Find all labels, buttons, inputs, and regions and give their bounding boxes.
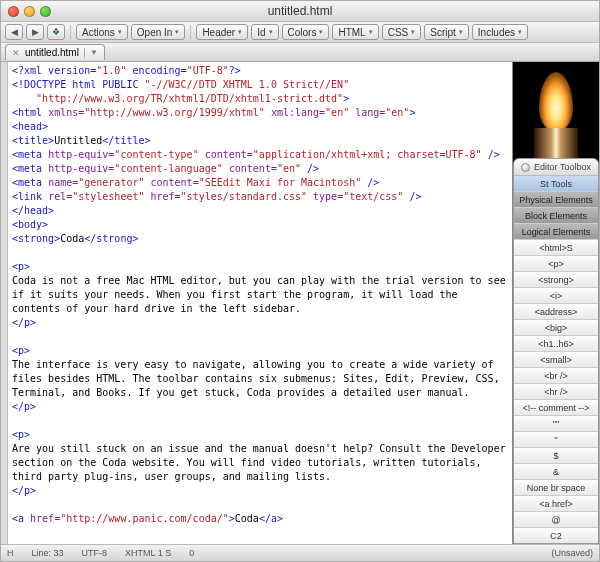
- nav-back-button[interactable]: ◀: [5, 24, 23, 40]
- toolbox-item[interactable]: <br />: [514, 368, 598, 384]
- toolbox-item[interactable]: &: [514, 464, 598, 480]
- status-line: Line: 33: [32, 548, 64, 558]
- toolbox-item[interactable]: <h1..h6>: [514, 336, 598, 352]
- status-bar: H Line: 33 UTF-8 XHTML 1 S 0 (Unsaved): [1, 544, 599, 561]
- minimize-icon[interactable]: [24, 6, 35, 17]
- file-tab[interactable]: ✕ untitled.html ▼: [5, 44, 105, 60]
- script-menu[interactable]: Script▾: [424, 24, 469, 40]
- css-menu[interactable]: CSS▾: [382, 24, 422, 40]
- toolbox-close-icon[interactable]: [521, 163, 530, 172]
- candle-icon: [534, 128, 578, 158]
- toolbox-item[interactable]: <i>: [514, 288, 598, 304]
- code-editor[interactable]: <?xml version="1.0" encoding="UTF-8"?> <…: [8, 62, 512, 544]
- toolbox-item[interactable]: <small>: [514, 352, 598, 368]
- left-gutter: [1, 62, 8, 544]
- status-encoding: UTF-8: [82, 548, 108, 558]
- toolbox-item[interactable]: '': [514, 432, 598, 448]
- editor-toolbox: Editor Toolbox St ToolsPhysical Elements…: [513, 158, 599, 544]
- id-menu[interactable]: Id▾: [251, 24, 278, 40]
- openin-menu[interactable]: Open In▾: [131, 24, 186, 40]
- toolbox-header[interactable]: Editor Toolbox: [514, 159, 598, 176]
- includes-menu[interactable]: Includes▾: [472, 24, 528, 40]
- tab-bar: ✕ untitled.html ▼: [1, 43, 599, 62]
- actions-menu[interactable]: Actions▾: [76, 24, 128, 40]
- header-menu[interactable]: Header▾: [196, 24, 248, 40]
- window-title: untitled.html: [1, 4, 599, 18]
- zoom-icon[interactable]: [40, 6, 51, 17]
- close-icon[interactable]: [8, 6, 19, 17]
- toolbox-item[interactable]: <a href>: [514, 496, 598, 512]
- toolbox-item[interactable]: <big>: [514, 320, 598, 336]
- status-h: H: [7, 548, 14, 558]
- desktop-background: [513, 62, 599, 158]
- main-toolbar: ◀ ▶ ❖ Actions▾ Open In▾ Header▾ Id▾ Colo…: [1, 22, 599, 43]
- toolbox-item[interactable]: $: [514, 448, 598, 464]
- colors-menu[interactable]: Colors▾: [282, 24, 330, 40]
- toolbox-item[interactable]: Logical Elements: [514, 224, 598, 240]
- toolbox-item[interactable]: "": [514, 416, 598, 432]
- body-area: <?xml version="1.0" encoding="UTF-8"?> <…: [1, 62, 599, 544]
- toolbox-item[interactable]: @: [514, 512, 598, 528]
- toolbox-item[interactable]: Physical Elements: [514, 192, 598, 208]
- close-tab-icon[interactable]: ✕: [12, 48, 20, 58]
- html-menu[interactable]: HTML▾: [332, 24, 378, 40]
- toolbox-item[interactable]: <address>: [514, 304, 598, 320]
- toolbox-item[interactable]: <!-- comment -->: [514, 400, 598, 416]
- nav-forward-button[interactable]: ▶: [26, 24, 44, 40]
- toolbox-item[interactable]: None br space: [514, 480, 598, 496]
- app-window: untitled.html ◀ ▶ ❖ Actions▾ Open In▾ He…: [0, 0, 600, 562]
- titlebar: untitled.html: [1, 1, 599, 22]
- toolbox-item[interactable]: Block Elements: [514, 208, 598, 224]
- candle-flame-icon: [539, 72, 573, 132]
- tools-button[interactable]: ❖: [47, 24, 65, 40]
- toolbox-item[interactable]: St Tools: [514, 176, 598, 192]
- status-saved: (Unsaved): [551, 548, 593, 558]
- status-col: 0: [189, 548, 194, 558]
- tab-label: untitled.html: [25, 47, 79, 58]
- right-panel: Editor Toolbox St ToolsPhysical Elements…: [512, 62, 599, 544]
- toolbox-item[interactable]: <hr />: [514, 384, 598, 400]
- toolbox-item[interactable]: <strong>: [514, 272, 598, 288]
- window-controls: [1, 6, 51, 17]
- toolbox-item[interactable]: <p>: [514, 256, 598, 272]
- tab-menu-icon[interactable]: ▼: [90, 48, 98, 57]
- status-doctype: XHTML 1 S: [125, 548, 171, 558]
- toolbox-item[interactable]: <html>S: [514, 240, 598, 256]
- toolbox-item[interactable]: C2: [514, 528, 598, 544]
